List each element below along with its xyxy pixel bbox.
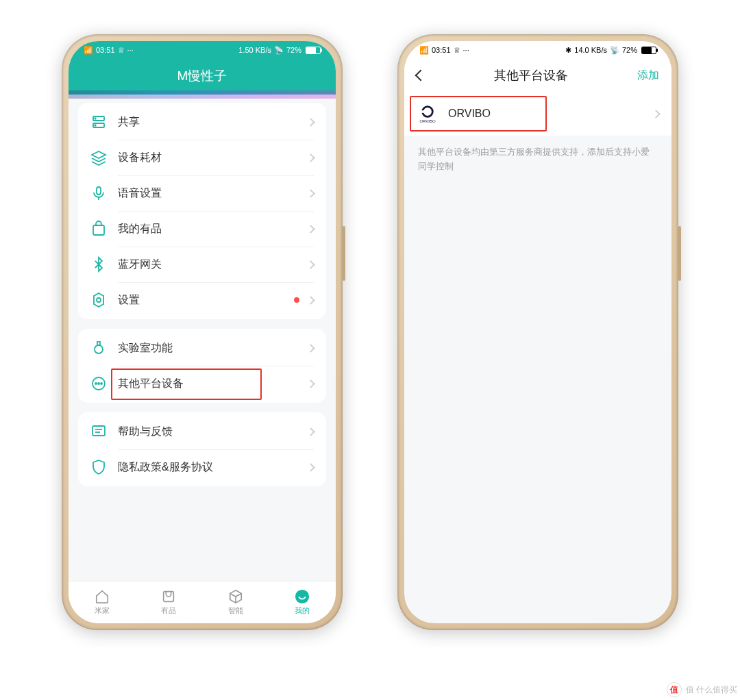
status-bar: 📶 03:51 ♕ ··· 1.50 KB/s 📡 72% <box>69 41 336 59</box>
chevron-right-icon <box>306 344 315 353</box>
chevron-right-icon <box>306 225 315 234</box>
crown-icon: ♕ <box>118 46 125 55</box>
svg-marker-8 <box>94 293 103 307</box>
row-label: 帮助与反馈 <box>118 425 308 439</box>
settings-row-share[interactable]: 共享 <box>78 104 326 140</box>
row-label: 共享 <box>118 115 308 129</box>
smile-icon <box>295 589 310 604</box>
share-icon <box>90 114 107 130</box>
row-label: 蓝牙网关 <box>118 258 308 272</box>
nav-label: 智能 <box>228 605 243 616</box>
home-icon <box>95 589 110 604</box>
status-bar: 📶 03:51 ♕ ··· ✱ 14.0 KB/s 📡 72% <box>404 41 671 59</box>
hint-text: 其他平台设备均由第三方服务商提供支持，添加后支持小爱同学控制 <box>404 136 671 184</box>
row-label: 实验室功能 <box>118 341 308 355</box>
svg-rect-24 <box>421 110 425 113</box>
store-icon <box>161 589 176 604</box>
platform-row-orvibo[interactable]: ORVIBO ORVIBO <box>404 92 671 136</box>
screen-left: 📶 03:51 ♕ ··· 1.50 KB/s 📡 72% M慢性子 共享设备耗… <box>69 41 336 623</box>
net-speed: 14.0 KB/s <box>574 46 607 54</box>
nav-home[interactable]: 米家 <box>69 582 136 623</box>
svg-point-13 <box>95 383 97 384</box>
nav-store[interactable]: 有品 <box>136 582 203 623</box>
settings-group: 共享设备耗材语音设置我的有品蓝牙网关设置 <box>78 103 326 319</box>
svg-point-3 <box>95 125 96 126</box>
chevron-right-icon <box>306 379 315 388</box>
settings-row-shield[interactable]: 隐私政策&服务协议 <box>78 449 326 485</box>
more-icon: ··· <box>127 46 134 54</box>
gear-icon <box>90 292 107 308</box>
phone-frame-left: 📶 03:51 ♕ ··· 1.50 KB/s 📡 72% M慢性子 共享设备耗… <box>62 34 343 630</box>
watermark-text: 值 什么值得买 <box>686 684 737 696</box>
svg-point-10 <box>95 345 103 353</box>
row-label: 隐私政策&服务协议 <box>118 460 308 475</box>
bottom-nav: 米家有品智能我的 <box>69 581 336 623</box>
platform-label: ORVIBO <box>448 108 653 120</box>
add-button[interactable]: 添加 <box>637 68 659 83</box>
watermark: 值 值 什么值得买 <box>667 682 737 697</box>
status-time: 03:51 <box>96 46 115 54</box>
signal-icon: 📶 <box>84 46 93 55</box>
phone-frame-right: 📶 03:51 ♕ ··· ✱ 14.0 KB/s 📡 72% 其他平台设备 添… <box>397 34 678 630</box>
nav-cube[interactable]: 智能 <box>202 582 269 623</box>
settings-row-feedback[interactable]: 帮助与反馈 <box>78 414 326 449</box>
svg-point-14 <box>98 383 99 384</box>
wifi-icon: 📡 <box>610 46 619 55</box>
settings-row-mic[interactable]: 语音设置 <box>78 175 326 211</box>
page-title: M慢性子 <box>69 59 336 95</box>
stack-icon <box>90 149 107 166</box>
battery-icon <box>641 47 656 54</box>
chevron-right-icon <box>306 260 315 269</box>
header-title-text: M慢性子 <box>177 68 227 83</box>
watermark-icon: 值 <box>667 682 682 697</box>
chevron-right-icon <box>306 463 315 472</box>
red-dot-indicator <box>294 297 299 303</box>
settings-row-bluetooth[interactable]: 蓝牙网关 <box>78 247 326 282</box>
page-header: 其他平台设备 添加 <box>404 59 671 92</box>
svg-point-9 <box>97 298 101 302</box>
chevron-right-icon <box>306 118 315 127</box>
row-label: 我的有品 <box>118 222 308 236</box>
svg-rect-7 <box>93 225 104 235</box>
nav-label: 我的 <box>295 605 310 616</box>
cube-icon <box>228 589 243 604</box>
orvibo-icon: ORVIBO <box>417 103 439 125</box>
flask-icon <box>90 340 107 356</box>
settings-group: 实验室功能其他平台设备 <box>78 329 326 403</box>
page-title: 其他平台设备 <box>425 67 637 84</box>
bluetooth-icon <box>90 256 107 273</box>
mic-icon <box>90 185 107 201</box>
nav-label: 有品 <box>161 605 176 616</box>
net-speed: 1.50 KB/s <box>238 46 271 54</box>
svg-rect-16 <box>92 426 105 436</box>
battery-percent: 72% <box>622 46 637 54</box>
settings-row-bag[interactable]: 我的有品 <box>78 211 326 247</box>
row-label: 其他平台设备 <box>118 377 308 391</box>
bluetooth-icon: ✱ <box>565 46 571 55</box>
chevron-right-icon <box>306 189 315 198</box>
battery-icon <box>306 47 321 54</box>
row-label: 设置 <box>118 293 294 308</box>
shield-icon <box>90 459 107 475</box>
settings-row-dots-circle[interactable]: 其他平台设备 <box>78 366 326 401</box>
feedback-icon <box>90 423 107 440</box>
nav-label: 米家 <box>95 605 110 616</box>
row-label: 语音设置 <box>118 186 308 201</box>
settings-row-flask[interactable]: 实验室功能 <box>78 330 326 366</box>
settings-row-stack[interactable]: 设备耗材 <box>78 140 326 175</box>
crown-icon: ♕ <box>454 46 460 55</box>
svg-rect-11 <box>97 342 100 345</box>
svg-point-22 <box>295 590 309 603</box>
row-label: 设备耗材 <box>118 151 308 165</box>
svg-rect-5 <box>97 187 101 195</box>
chevron-right-icon <box>306 427 315 436</box>
settings-group: 帮助与反馈隐私政策&服务协议 <box>78 412 326 486</box>
settings-scroll[interactable]: 共享设备耗材语音设置我的有品蓝牙网关设置实验室功能其他平台设备帮助与反馈隐私政策… <box>69 95 336 581</box>
nav-smile[interactable]: 我的 <box>269 582 336 623</box>
bag-icon <box>90 221 107 237</box>
svg-point-2 <box>95 118 96 119</box>
chevron-right-icon <box>306 296 315 305</box>
settings-row-gear[interactable]: 设置 <box>78 282 326 318</box>
chevron-right-icon <box>306 153 315 162</box>
battery-percent: 72% <box>286 46 301 54</box>
